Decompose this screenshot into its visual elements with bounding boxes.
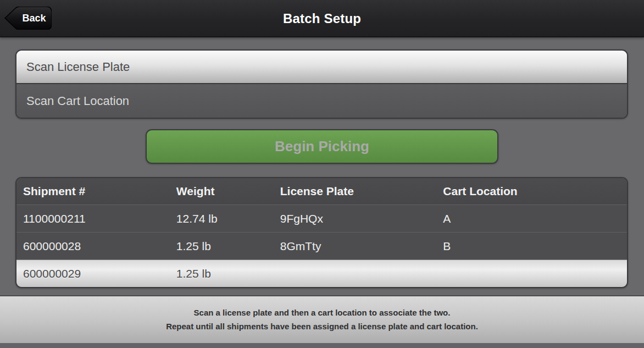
- cart-location-cell: A: [436, 212, 627, 225]
- scan-cart-location-field[interactable]: [16, 84, 627, 118]
- column-header-cart-location: Cart Location: [436, 185, 627, 198]
- page-title: Batch Setup: [0, 0, 644, 37]
- column-header-shipment: Shipment #: [16, 185, 170, 198]
- bottom-strip: [0, 343, 644, 348]
- table-body: 1100000211 12.74 lb 9FgHQx A 600000028 1…: [16, 205, 627, 287]
- scan-fields-group: [15, 49, 628, 119]
- shipment-number-cell: 600000028: [16, 240, 170, 253]
- license-plate-cell: 9FgHQx: [274, 212, 437, 225]
- weight-cell: 12.74 lb: [170, 212, 274, 225]
- back-button[interactable]: Back: [4, 7, 52, 30]
- scan-license-plate-field[interactable]: [16, 51, 627, 84]
- begin-picking-button[interactable]: Begin Picking: [146, 129, 498, 164]
- shipment-number-cell: 600000029: [16, 267, 170, 280]
- license-plate-cell: 8GmTty: [274, 240, 437, 253]
- back-button-label: Back: [19, 7, 49, 30]
- weight-cell: 1.25 lb: [170, 240, 274, 253]
- column-header-license-plate: License Plate: [274, 185, 437, 198]
- shipment-number-cell: 1100000211: [16, 212, 170, 225]
- table-row[interactable]: 600000028 1.25 lb 8GmTty B: [16, 232, 627, 259]
- weight-cell: 1.25 lb: [170, 267, 274, 280]
- instructions-line-1: Scan a license plate and then a cart loc…: [194, 308, 451, 318]
- cart-location-cell: B: [436, 240, 627, 253]
- column-header-weight: Weight: [170, 185, 274, 198]
- shipments-table: Shipment # Weight License Plate Cart Loc…: [15, 177, 628, 288]
- scan-cart-location-input[interactable]: [16, 84, 627, 118]
- top-navigation-bar: Batch Setup Back: [0, 0, 644, 37]
- instructions-footer: Scan a license plate and then a cart loc…: [0, 295, 644, 343]
- table-row[interactable]: 600000029 1.25 lb: [16, 259, 627, 287]
- table-row[interactable]: 1100000211 12.74 lb 9FgHQx A: [16, 205, 627, 232]
- scan-license-plate-input[interactable]: [16, 51, 627, 83]
- instructions-line-2: Repeat until all shipments have been ass…: [166, 322, 478, 332]
- table-header-row: Shipment # Weight License Plate Cart Loc…: [16, 178, 627, 205]
